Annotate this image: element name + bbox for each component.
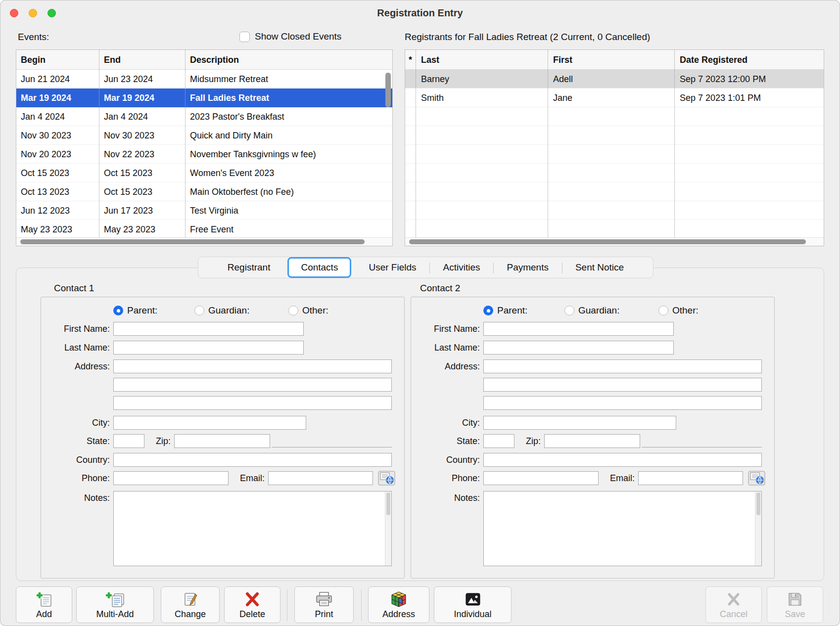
minimize-icon[interactable] — [29, 9, 37, 17]
event-row[interactable]: Jan 4 2024 Jan 4 2024 2023 Pastor's Brea… — [16, 107, 392, 126]
add-button[interactable]: Add — [16, 586, 72, 623]
phone-label: Phone: — [411, 471, 483, 485]
registrants-table: * Last First Date Registered Barney Adel… — [405, 49, 824, 246]
contact2-notes-input[interactable] — [483, 491, 762, 566]
address-button[interactable]: Address — [368, 586, 429, 623]
multi-add-button[interactable]: Multi-Add — [76, 586, 154, 623]
contact1-zip-input[interactable] — [174, 434, 270, 448]
country-label: Country: — [41, 453, 113, 467]
event-row[interactable]: May 23 2023 May 23 2023 Free Event — [16, 220, 392, 239]
email-lookup-icon[interactable] — [378, 471, 395, 486]
events-horizontal-scrollbar[interactable] — [16, 237, 392, 246]
tab-activities[interactable]: Activities — [429, 257, 493, 278]
contact2-phone-input[interactable] — [483, 471, 599, 485]
contact2-zip-input[interactable] — [544, 434, 640, 448]
registrants-horizontal-scrollbar[interactable] — [405, 237, 824, 246]
begin-column-header[interactable]: Begin — [16, 50, 99, 69]
contact1-last-name-input[interactable] — [113, 341, 304, 355]
individual-button[interactable]: Individual — [434, 586, 512, 623]
notes-scrollbar[interactable] — [385, 492, 391, 566]
notes-scrollbar[interactable] — [755, 492, 761, 566]
contact1-first-name-input[interactable] — [113, 322, 304, 336]
contact1-country-input[interactable] — [113, 453, 392, 467]
event-row[interactable]: Oct 15 2023 Oct 15 2023 Women's Event 20… — [16, 164, 392, 182]
description-column-header[interactable]: Description — [186, 50, 392, 69]
window-title: Registration Entry — [0, 0, 840, 26]
scrollbar-thumb[interactable] — [409, 239, 806, 244]
contact2-email-input[interactable] — [638, 471, 743, 485]
contact2-city-input[interactable] — [483, 416, 676, 430]
contact1-address-line2-input[interactable] — [113, 378, 392, 392]
contact2-address-line3-input[interactable] — [483, 396, 762, 410]
contact2-country-input[interactable] — [483, 453, 762, 467]
contact1-notes-input[interactable] — [113, 491, 392, 566]
date-registered-column-header[interactable]: Date Registered — [675, 50, 824, 69]
scrollbar-thumb[interactable] — [20, 239, 365, 244]
state-label: State: — [411, 434, 483, 448]
contact1-city-input[interactable] — [113, 416, 306, 430]
last-column-header[interactable]: Last — [416, 50, 548, 69]
change-button[interactable]: Change — [161, 586, 220, 623]
event-description: Test Virginia — [186, 201, 392, 220]
events-vertical-scrollbar[interactable] — [385, 73, 391, 107]
contact2-address-line1-input[interactable] — [483, 359, 762, 373]
contact2-other-radio[interactable]: Other: — [658, 304, 699, 317]
events-table: Begin End Description Jun 21 2024 Jun 23… — [16, 49, 393, 246]
contact2-address-line2-input[interactable] — [483, 378, 762, 392]
contact1-guardian-radio[interactable]: Guardian: — [194, 304, 249, 317]
close-icon[interactable] — [10, 9, 18, 17]
registrant-row[interactable]: Smith Jane Sep 7 2023 1:01 PM — [405, 89, 824, 107]
contact1-phone-input[interactable] — [113, 471, 229, 485]
event-row[interactable]: Jun 21 2024 Jun 23 2024 Midsummer Retrea… — [16, 70, 392, 89]
contact1-address-line1-input[interactable] — [113, 359, 392, 373]
contact2-group: Parent: Guardian: Other: First Name: Las… — [411, 297, 775, 579]
star-column-header[interactable]: * — [405, 50, 416, 69]
first-name-label: First Name: — [41, 322, 113, 336]
contact2-guardian-radio[interactable]: Guardian: — [564, 304, 619, 317]
address-label: Address: — [41, 359, 113, 373]
event-row[interactable]: Jun 12 2023 Jun 17 2023 Test Virginia — [16, 201, 392, 220]
event-description: November Tanksgivnings w fee) — [186, 145, 392, 163]
contact1-email-input[interactable] — [268, 471, 373, 485]
contact1-state-input[interactable] — [113, 434, 144, 448]
delete-button[interactable]: Delete — [224, 586, 280, 623]
date-cell — [675, 201, 824, 220]
event-end: Jan 4 2024 — [99, 107, 186, 126]
contact1-other-radio[interactable]: Other: — [288, 304, 328, 317]
registrant-last: Smith — [416, 89, 548, 107]
contact2-last-name-input[interactable] — [483, 341, 674, 355]
print-label: Print — [315, 609, 333, 620]
window-controls — [10, 9, 56, 17]
contact1-parent-radio[interactable]: Parent: — [113, 304, 157, 317]
end-column-header[interactable]: End — [99, 50, 186, 69]
print-button[interactable]: Print — [294, 586, 354, 623]
first-cell — [548, 164, 675, 182]
contact2-state-input[interactable] — [483, 434, 514, 448]
tab-user-fields[interactable]: User Fields — [355, 257, 429, 278]
first-name-label: First Name: — [411, 322, 483, 336]
registrant-row-selected[interactable]: Barney Adell Sep 7 2023 12:00 PM — [405, 70, 824, 89]
tab-contacts[interactable]: Contacts — [287, 257, 351, 278]
zip-extra-line — [272, 447, 392, 447]
event-row[interactable]: Nov 30 2023 Nov 30 2023 Quick and Dirty … — [16, 126, 392, 145]
last-cell — [416, 145, 548, 163]
contact1-address-line3-input[interactable] — [113, 396, 392, 410]
checkbox-box-icon[interactable] — [239, 32, 250, 42]
show-closed-events-checkbox[interactable]: Show Closed Events — [239, 31, 341, 42]
contact2-parent-radio[interactable]: Parent: — [483, 304, 527, 317]
multi-add-label: Multi-Add — [96, 609, 134, 620]
tab-sent-notice[interactable]: Sent Notice — [562, 257, 637, 278]
zoom-icon[interactable] — [47, 9, 56, 17]
first-column-header[interactable]: First — [548, 50, 675, 69]
registrant-date: Sep 7 2023 1:01 PM — [675, 89, 824, 107]
tab-payments[interactable]: Payments — [493, 257, 561, 278]
first-cell — [548, 201, 675, 220]
email-lookup-icon[interactable] — [748, 471, 765, 486]
contact2-first-name-input[interactable] — [483, 322, 674, 336]
contact1-title: Contact 1 — [54, 283, 94, 294]
event-row[interactable]: Oct 13 2023 Oct 15 2023 Main Oktoberfest… — [16, 182, 392, 201]
email-label: Email: — [599, 471, 638, 485]
tab-registrant[interactable]: Registrant — [214, 257, 284, 278]
event-row-selected[interactable]: Mar 19 2024 Mar 19 2024 Fall Ladies Retr… — [16, 89, 392, 107]
event-row[interactable]: Nov 20 2023 Nov 22 2023 November Tanksgi… — [16, 145, 392, 164]
